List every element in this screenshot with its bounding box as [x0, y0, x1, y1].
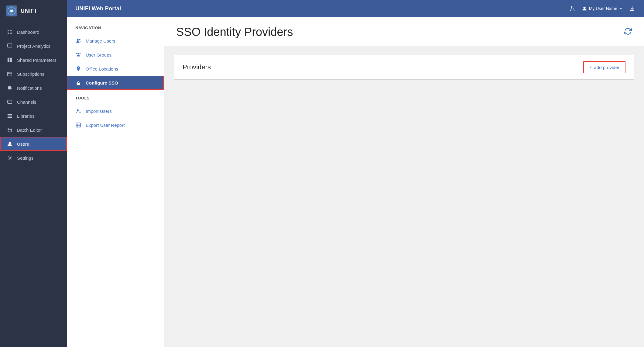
sub-nav-configure-sso[interactable]: Configure SSO: [67, 76, 164, 90]
topbar-title: UNIFI Web Portal: [75, 5, 121, 12]
sub-nav-export-user-report-label: Export User Report: [86, 123, 125, 128]
sub-nav-export-user-report[interactable]: Export User Report: [67, 118, 164, 132]
svg-point-29: [80, 53, 81, 54]
sidebar-item-users-label: Users: [17, 141, 29, 147]
svg-point-5: [10, 30, 12, 31]
topbar-username: My User Name: [589, 6, 617, 11]
sub-nav-user-groups-label: User Groups: [86, 52, 111, 57]
logo-area: UNIFI: [0, 0, 67, 22]
shared-parameters-icon: [7, 57, 13, 63]
content-area: NAVIGATION Manage Users User Groups: [67, 17, 644, 347]
sidebar-item-subscriptions-label: Subscriptions: [17, 71, 44, 77]
svg-rect-20: [8, 117, 12, 118]
svg-rect-12: [8, 60, 9, 62]
sub-nav-office-locations[interactable]: Office Locations: [67, 62, 164, 76]
dashboard-icon: [7, 29, 13, 35]
sidebar-item-shared-parameters-label: Shared Parameters: [17, 57, 57, 63]
svg-rect-18: [8, 100, 12, 104]
svg-point-23: [9, 142, 11, 144]
flask-icon[interactable]: [569, 5, 576, 12]
svg-rect-22: [8, 114, 12, 115]
add-provider-button[interactable]: + add provider: [583, 61, 625, 73]
sidebar-item-libraries[interactable]: Libraries: [0, 109, 67, 123]
app-logo-text: UNIFI: [21, 8, 36, 14]
sub-nav-office-locations-label: Office Locations: [86, 66, 118, 71]
export-user-report-icon: [75, 122, 81, 128]
chevron-down-icon: [619, 7, 623, 10]
svg-rect-14: [8, 72, 12, 76]
page-title: SSO Identity Providers: [176, 26, 293, 39]
sub-nav-import-users[interactable]: Import Users: [67, 104, 164, 118]
providers-label: Providers: [183, 63, 211, 71]
sidebar-item-notifications[interactable]: Notifications: [0, 81, 67, 95]
sidebar-item-settings-label: Settings: [17, 155, 33, 161]
libraries-icon: [7, 113, 13, 119]
page-header: SSO Identity Providers: [164, 17, 644, 46]
app-logo-icon: [6, 5, 17, 16]
svg-point-31: [77, 109, 79, 111]
download-icon[interactable]: [629, 5, 635, 12]
sub-nav-configure-sso-label: Configure SSO: [86, 80, 118, 85]
sub-nav-manage-users[interactable]: Manage Users: [67, 34, 164, 48]
add-provider-label: add provider: [594, 65, 619, 70]
sub-sidebar: NAVIGATION Manage Users User Groups: [67, 17, 164, 347]
svg-point-28: [77, 53, 79, 54]
svg-point-27: [79, 39, 80, 40]
svg-point-4: [8, 30, 9, 31]
svg-rect-8: [8, 44, 12, 47]
svg-rect-32: [76, 123, 80, 127]
sidebar-item-channels-label: Channels: [17, 99, 36, 105]
svg-rect-10: [8, 58, 9, 60]
svg-point-25: [583, 7, 585, 9]
sidebar-item-dashboard-label: Dashboard: [17, 29, 39, 35]
office-locations-icon: [75, 66, 81, 72]
sidebar-item-users[interactable]: Users: [0, 137, 67, 151]
sidebar-item-channels[interactable]: Channels: [0, 95, 67, 109]
sidebar-item-dashboard[interactable]: Dashboard: [0, 25, 67, 39]
sub-nav-user-groups[interactable]: User Groups: [67, 48, 164, 62]
navigation-section-label: NAVIGATION: [67, 26, 164, 34]
sidebar-item-notifications-label: Notifications: [17, 85, 42, 91]
topbar-right: My User Name: [569, 5, 635, 12]
batch-editor-icon: [7, 127, 13, 133]
sidebar-nav: Dashboard Project Analytics Shared Param…: [0, 22, 67, 347]
sidebar-item-batch-editor[interactable]: Batch Editor: [0, 123, 67, 137]
import-users-icon: [75, 108, 81, 114]
svg-rect-11: [10, 58, 12, 60]
manage-users-icon: [75, 38, 81, 44]
notifications-icon: [7, 85, 13, 91]
refresh-icon[interactable]: [624, 27, 632, 37]
svg-point-30: [76, 53, 77, 54]
sidebar: UNIFI Dashboard Project Analytics Shared…: [0, 0, 67, 347]
plus-icon: +: [589, 64, 592, 70]
svg-point-6: [8, 33, 9, 34]
svg-point-3: [10, 10, 13, 12]
project-analytics-icon: [7, 43, 13, 49]
page-body: Providers + add provider: [164, 46, 644, 347]
sidebar-item-libraries-label: Libraries: [17, 113, 35, 119]
sub-nav-import-users-label: Import Users: [86, 109, 112, 114]
sidebar-item-project-analytics-label: Project Analytics: [17, 43, 50, 49]
page-content: SSO Identity Providers Providers + add p…: [164, 17, 644, 347]
user-groups-icon: [75, 52, 81, 58]
main-area: UNIFI Web Portal My User Name NAVIGATION: [67, 0, 644, 347]
svg-point-26: [77, 39, 79, 41]
tools-section-label: TOOLS: [67, 96, 164, 104]
svg-point-7: [10, 33, 12, 34]
svg-rect-21: [8, 116, 12, 116]
settings-icon: [7, 155, 13, 161]
sidebar-item-project-analytics[interactable]: Project Analytics: [0, 39, 67, 53]
svg-rect-13: [10, 60, 12, 62]
sidebar-item-shared-parameters[interactable]: Shared Parameters: [0, 53, 67, 67]
sidebar-item-settings[interactable]: Settings: [0, 151, 67, 165]
svg-point-24: [9, 157, 10, 158]
providers-card: Providers + add provider: [174, 55, 634, 80]
topbar: UNIFI Web Portal My User Name: [67, 0, 644, 17]
channels-icon: [7, 99, 13, 105]
subscriptions-icon: [7, 71, 13, 77]
sidebar-item-subscriptions[interactable]: Subscriptions: [0, 67, 67, 81]
sub-nav-manage-users-label: Manage Users: [86, 38, 115, 43]
users-nav-icon: [7, 141, 13, 147]
topbar-user[interactable]: My User Name: [582, 6, 623, 11]
sidebar-item-batch-editor-label: Batch Editor: [17, 127, 42, 133]
